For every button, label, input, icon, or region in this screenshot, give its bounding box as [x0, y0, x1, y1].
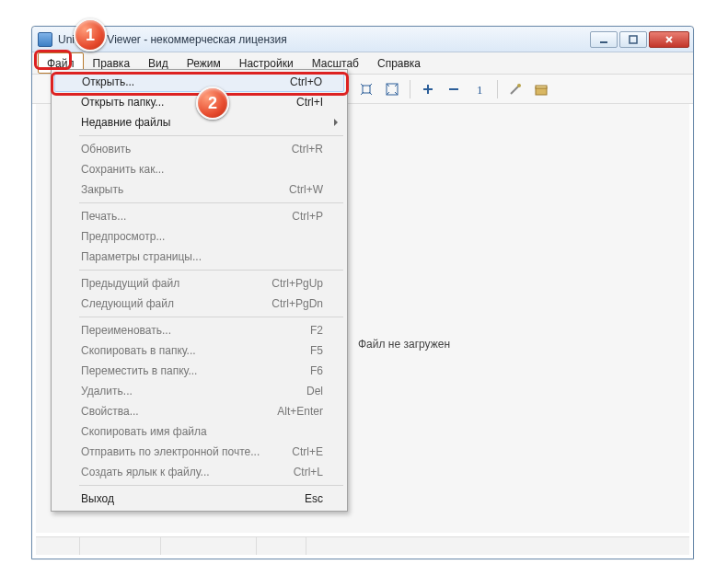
menu-item-обновить: ОбновитьCtrl+R: [53, 139, 345, 159]
menu-item-label: Свойства...: [81, 405, 139, 418]
menu-item-label: Скопировать в папку...: [81, 344, 196, 357]
menu-item-shortcut: Ctrl+E: [292, 445, 323, 458]
menu-item-shortcut: F5: [310, 344, 323, 357]
svg-rect-7: [536, 86, 547, 88]
window-controls: [590, 31, 689, 48]
svg-rect-0: [600, 41, 607, 43]
menu-item-label: Параметры страницы...: [81, 250, 202, 263]
menu-item-shortcut: Ctrl+I: [296, 96, 323, 109]
maximize-button[interactable]: [619, 31, 647, 48]
menu-item-скопировать-в-папку: Скопировать в папку...F5: [53, 340, 345, 361]
svg-point-5: [517, 84, 521, 87]
menu-item-отправить-по-электронной-почте: Отправить по электронной почте...Ctrl+E: [53, 442, 345, 462]
toolbar-separator: [410, 80, 410, 98]
menu-item-label: Недавние файлы: [81, 116, 170, 129]
menu-item-shortcut: Esc: [305, 492, 323, 505]
menu-separator: [79, 270, 343, 271]
fit-small-icon[interactable]: [356, 79, 376, 99]
toolbar-separator: [497, 80, 498, 98]
menu-item-label: Скопировать имя файла: [81, 425, 207, 438]
menu-item-label: Закрыть: [81, 183, 123, 196]
status-cell: [80, 537, 161, 555]
svg-rect-1: [630, 36, 637, 43]
menu-item-label: Обновить: [81, 143, 131, 156]
menu-item-label: Сохранить как...: [81, 163, 164, 176]
menu-item-свойства: Свойства...Alt+Enter: [53, 401, 345, 421]
menu-item-печать: Печать...Ctrl+P: [53, 206, 345, 226]
menu-item-label: Предыдущий файл: [81, 277, 179, 290]
svg-rect-2: [363, 86, 370, 93]
menu-item-label: Удалить...: [81, 385, 133, 397]
no-file-message: Файл не загружен: [358, 338, 450, 351]
status-cell: [36, 537, 80, 555]
menu-item-label: Печать...: [81, 210, 126, 223]
menu-item-предпросмотр: Предпросмотр...: [53, 226, 345, 247]
menu-item-shortcut: Alt+Enter: [277, 405, 323, 418]
menu-item-выход[interactable]: ВыходEsc: [53, 489, 345, 509]
menu-item-параметры-страницы: Параметры страницы...: [53, 247, 345, 267]
titlebar: Universal Viewer - некоммерческая лиценз…: [32, 27, 693, 52]
app-window: Universal Viewer - некоммерческая лиценз…: [31, 26, 694, 559]
menu-item-shortcut: Ctrl+L: [294, 466, 323, 478]
menu-help[interactable]: Справка: [368, 52, 430, 74]
chevron-right-icon: [334, 119, 338, 126]
status-cell: [257, 537, 306, 555]
close-button[interactable]: [649, 31, 689, 48]
zoom-in-icon[interactable]: [418, 79, 438, 99]
menu-item-переместить-в-папку: Переместить в папку...F6: [53, 361, 345, 381]
menu-item-label: Создать ярлык к файлу...: [81, 466, 210, 478]
menu-item-shortcut: Ctrl+PgUp: [272, 277, 323, 290]
menu-item-удалить: Удалить...Del: [53, 381, 345, 401]
menu-item-открыть[interactable]: Открыть...Ctrl+O: [54, 72, 344, 92]
menu-item-сохранить-как: Сохранить как...: [53, 159, 345, 179]
menu-item-закрыть: ЗакрытьCtrl+W: [53, 179, 345, 200]
statusbar: [36, 536, 689, 555]
status-cell: [161, 537, 257, 555]
menu-item-переименовать: Переименовать...F2: [53, 320, 345, 340]
menu-item-shortcut: F6: [310, 364, 323, 377]
app-icon: [38, 32, 52, 47]
zoom-out-icon[interactable]: [444, 79, 464, 99]
menu-item-label: Следующий файл: [81, 297, 174, 310]
menu-separator: [79, 135, 343, 136]
menu-item-shortcut: Ctrl+R: [292, 143, 323, 156]
menu-item-label: Отправить по электронной почте...: [81, 445, 260, 458]
menu-item-следующий-файл: Следующий файлCtrl+PgDn: [53, 294, 345, 314]
window-title: Universal Viewer - некоммерческая лиценз…: [58, 33, 590, 46]
tools-icon[interactable]: [505, 79, 526, 99]
fit-large-icon[interactable]: [382, 79, 402, 99]
menu-separator: [79, 317, 343, 317]
callout-1: 1: [74, 18, 107, 52]
menu-item-shortcut: Ctrl+PgDn: [272, 297, 323, 310]
menu-item-недавние-файлы[interactable]: Недавние файлы: [53, 112, 345, 132]
menu-separator: [79, 202, 343, 203]
file-menu-dropdown: Открыть...Ctrl+OОткрыть папку...Ctrl+IНе…: [51, 69, 348, 512]
menu-item-shortcut: F2: [310, 324, 323, 337]
menu-item-label: Открыть...: [82, 75, 134, 88]
zoom-reset-icon[interactable]: 1: [469, 79, 490, 99]
menu-item-shortcut: Ctrl+O: [290, 75, 322, 88]
package-icon[interactable]: [531, 79, 551, 99]
menu-item-label: Предпросмотр...: [81, 230, 165, 243]
menu-item-shortcut: Ctrl+P: [292, 210, 323, 223]
menu-item-label: Открыть папку...: [81, 96, 164, 109]
minimize-button[interactable]: [590, 31, 618, 48]
menu-item-скопировать-имя-файла: Скопировать имя файла: [53, 421, 345, 442]
menu-item-label: Переместить в папку...: [81, 364, 197, 377]
menu-item-shortcut: Del: [306, 385, 323, 397]
menu-item-предыдущий-файл: Предыдущий файлCtrl+PgUp: [53, 273, 345, 294]
status-cell: [306, 537, 689, 555]
menu-separator: [79, 485, 343, 486]
menu-item-label: Выход: [81, 492, 114, 505]
menu-item-shortcut: Ctrl+W: [289, 183, 323, 196]
menu-item-label: Переименовать...: [81, 324, 171, 337]
svg-text:1: 1: [477, 83, 483, 96]
menu-item-создать-ярлык-к-файлу: Создать ярлык к файлу...Ctrl+L: [53, 462, 345, 482]
callout-2: 2: [196, 86, 229, 120]
